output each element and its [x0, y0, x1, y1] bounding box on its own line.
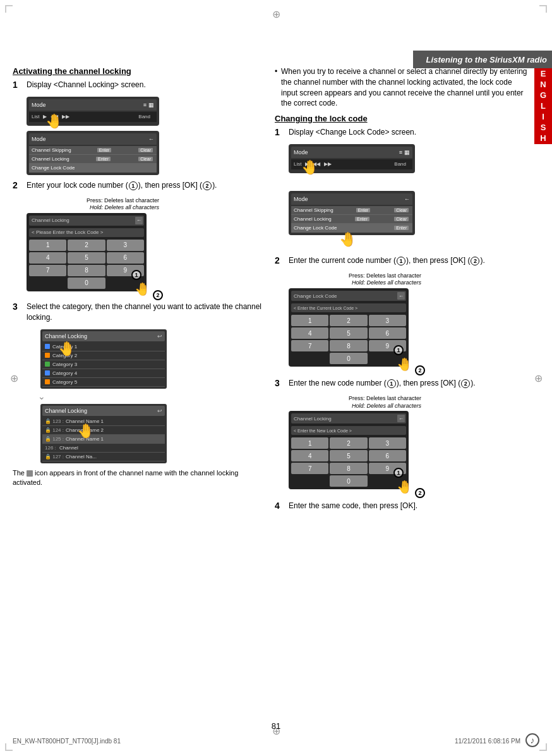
numpad-circle-2: 2 — [153, 290, 163, 300]
step-num-1: 1 — [13, 80, 24, 90]
header-title: Listening to the SiriusXM radio — [426, 55, 547, 64]
hand-icon-cat: 🤚 — [58, 341, 75, 357]
step-text-3: Select the category, then the channel yo… — [27, 302, 265, 323]
left-step-2: 2 Enter your lock code number (1), then … — [13, 180, 265, 191]
circle-2a: 2 — [203, 181, 212, 190]
header-bar: Listening to the SiriusXM radio — [413, 51, 552, 68]
numpad-prompt-1: < Please Enter the Lock Code > — [32, 229, 103, 235]
crosshair-top: ⊕ — [270, 8, 282, 20]
footer-left: EN_KW-NT800HDT_NT700[J].indb 81 — [13, 738, 121, 745]
hand-icon-chan: 🤚 — [77, 423, 94, 439]
device-screen-menu-1: Mode ← Channel Skipping EnterClear Chann… — [27, 131, 159, 175]
numpad-screen-r3: Channel Locking ← < Enter the New Lock C… — [289, 411, 428, 489]
english-tab: ENGLISH — [534, 68, 552, 144]
right-step-3: 3 Enter the new code number (1), then pr… — [275, 378, 527, 389]
right-step3-numpad: Press: Deletes last character Hold: Dele… — [289, 395, 428, 489]
device-screen-menu-r: Mode ← Channel Skipping EnterClear Chann… — [289, 191, 415, 235]
bullet-text: When you try to receive a channel or sel… — [275, 66, 527, 109]
hand-icon-r2: 🤚 — [339, 231, 356, 248]
right-step-text-2: Enter the current code number (1), then … — [289, 255, 485, 266]
numpad-title-1: Channel Locking — [32, 217, 69, 223]
numpad-r2-circle-2: 2 — [415, 365, 425, 375]
right-step2-numpad: Press: Deletes last character Hold: Dele… — [289, 272, 428, 367]
step-text-1: Display <Channel Locking> screen. — [27, 80, 146, 90]
english-label: ENGLISH — [539, 69, 548, 144]
right-column: When you try to receive a channel or sel… — [275, 66, 527, 518]
numpad-circle-1: 1 — [131, 270, 141, 280]
step-text-2: Enter your lock code number (1), then pr… — [27, 180, 217, 191]
category-screen-area: Channel Locking↩ Category 1 Category 2 C… — [27, 329, 265, 389]
hand-icon-r1: 🤚 — [301, 159, 318, 176]
left-column: Activating the channel locking 1 Display… — [13, 66, 265, 487]
icon-note-text: The icon appears in front of the channel… — [13, 468, 265, 488]
right-step-2: 2 Enter the current code number (1), the… — [275, 255, 527, 266]
left-step-3: 3 Select the category, then the channel … — [13, 302, 265, 323]
footer-note-icon: ♪ — [525, 733, 539, 747]
circle-1a: 1 — [129, 181, 138, 190]
cat-screen: Channel Locking↩ Category 1 Category 2 C… — [40, 329, 167, 389]
activating-title: Activating the channel locking — [13, 66, 265, 76]
numpad-r3-circle-2: 2 — [415, 488, 425, 498]
changing-title: Changing the lock code — [275, 114, 527, 123]
numpad-screen-1: Channel Locking ← < Please Enter the Loc… — [27, 213, 165, 291]
right-step-text-4: Enter the same code, then press [OK]. — [289, 501, 417, 511]
left-step-1: 1 Display <Channel Locking> screen. — [13, 80, 265, 90]
page-number: 81 — [272, 721, 280, 731]
step-num-3: 3 — [13, 302, 24, 323]
numpad-hand-1: 🤚 — [135, 281, 150, 296]
right-step-num-3: 3 — [275, 378, 286, 389]
footer-right: 11/21/2011 6:08:16 PM — [455, 738, 520, 745]
lock-icon-inline — [27, 470, 33, 477]
numpad-r2-hand: 🤚 — [397, 357, 412, 372]
right-step-num-2: 2 — [275, 255, 286, 266]
right-step-text-3: Enter the new code number (1), then pres… — [289, 378, 475, 389]
crosshair-right: ⊕ — [532, 372, 544, 384]
channel-screen-area: Channel Locking↩ 🔒 123 :Channel Name 1 🔒… — [27, 404, 265, 463]
hand-icon-1: 🤚 — [45, 113, 63, 130]
step-num-2: 2 — [13, 180, 24, 191]
right-step-num-4: 4 — [275, 501, 286, 511]
numpad-r3-hand: 🤚 — [397, 479, 412, 494]
numpad-screen-r2: Change Lock Code ← < Enter the Current L… — [289, 288, 428, 367]
down-arrow: ⌄ — [38, 391, 265, 401]
right-step-text-1: Display <Change Lock Code> screen. — [289, 127, 416, 138]
right-step-1: 1 Display <Change Lock Code> screen. — [275, 127, 527, 138]
chan-screen: Channel Locking↩ 🔒 123 :Channel Name 1 🔒… — [40, 404, 167, 463]
step2-numpad-area: Press: Deletes last character Hold: Dele… — [27, 197, 165, 291]
right-step-num-1: 1 — [275, 127, 286, 138]
right-step-4: 4 Enter the same code, then press [OK]. — [275, 501, 527, 511]
